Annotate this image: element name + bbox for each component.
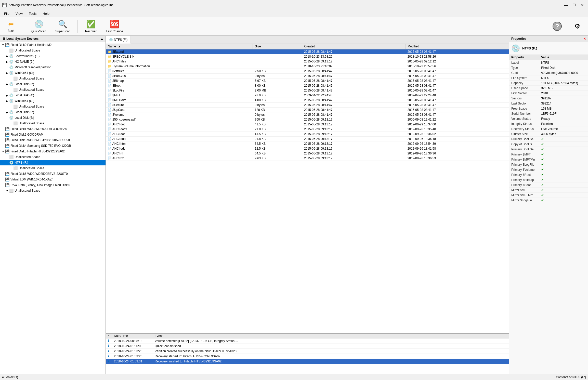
prop-key: Type [511,66,541,70]
file-row[interactable]: 📄 $UpCase 128 KB 2015-05-28 08:41:47 201… [106,108,509,112]
tree-item-local4[interactable]: ▶ 💿 Local Disk (4:) [0,93,106,98]
tree-item-disk5[interactable]: ▼ 💾 Fixed Disk5 Hitachi HTS543232L9SA02 [0,149,106,154]
tree-item-vol1[interactable]: ▶ 💿 Восстановить (1:) [0,53,106,59]
tree-item-disk1[interactable]: 💾 Fixed Disk1 WDC WD2002FAEX-007BA0 [0,126,106,132]
file-list-area[interactable]: Name ▲ Size Created Modified 📁 $Extend 2… [106,44,509,333]
recover-button[interactable]: ✅ Recover [82,19,100,34]
file-row[interactable]: 📄 AHCI.txt 9.63 KB 2015-05-28 09:13:17 2… [106,156,509,161]
tree-item-unalloc4[interactable]: ⬜ Unallocated Space [0,121,106,126]
col-name[interactable]: Name ▲ [106,44,253,49]
log-row[interactable]: ℹ 2018-10-24 01:03:31 Recovery finished … [106,359,509,364]
file-icon: 📄 [108,152,112,155]
quickscan-button[interactable]: 💿 QuickScan [28,19,49,34]
tree-item-ntfsf[interactable]: 💿 NTFS (F:) [0,160,106,165]
tree-icon: 💿 [9,54,14,58]
help-button[interactable]: ? [548,21,566,32]
superscan-button[interactable]: 🔍 SuperScan [52,19,73,34]
file-created: 2015-05-28 09:13:17 [302,137,406,141]
tree-item-unalloc0[interactable]: ⬜ Unallocated Space [0,48,106,53]
file-row[interactable]: 📄 $Boot 8.00 KB 2015-05-28 08:41:47 2015… [106,83,509,88]
file-row[interactable]: 📄 AHCI.rtf 64.5 KB 2015-05-28 09:13:17 2… [106,151,509,156]
file-row[interactable]: 📄 AHCI.dotx 21.8 KB 2015-05-28 09:13:17 … [106,137,509,141]
log-row[interactable]: ℹ 2018-10-24 01:03:26 Recovery started t… [106,354,509,359]
tree-item-win10[interactable]: ▶ 💿 Win10x64 (C:) [0,70,106,76]
file-row[interactable]: 📄 $MFT 97.0 KB 2009-04-22 22:24:48 2009-… [106,93,509,98]
tree-item-raw[interactable]: 💾 RAW Data (Binary) Disk Image Fixed Dis… [0,182,106,188]
tree-item-noname[interactable]: ▶ 💿 NO NAME (2:) [0,59,106,64]
prop-val: 4096 bytes [541,132,586,136]
maximize-button[interactable]: ☐ [571,2,578,8]
file-row[interactable]: 📄 $Volume 0 bytes 2015-05-28 08:41:47 20… [106,112,509,117]
log-row[interactable]: ℹ 2018-10-24 01:00:00 QuickScan finished [106,344,509,349]
menu-tools[interactable]: Tools [26,11,39,16]
properties-close-btn[interactable]: ✕ [583,37,586,41]
tree-toggle: ▶ [5,60,9,63]
file-row[interactable]: 📄 $MFTMirr 4.00 KB 2015-05-28 08:41:47 2… [106,98,509,103]
file-row[interactable]: 📄 $LogFile 2.00 MB 2015-05-28 08:41:47 2… [106,88,509,93]
file-row[interactable]: 📄 AHCI.dot 41.5 KB 2015-05-28 09:13:17 2… [106,132,509,137]
tree-item-unalloc5[interactable]: ⬜ Unallocated Space [0,154,106,160]
log-icon: ℹ [106,354,112,359]
prop-val: ✔ [541,188,586,192]
file-icon: 📄 [108,118,112,121]
tree-item-local5[interactable]: ▶ 💿 Local Disk (5:) [0,109,106,115]
scroll-up-icon[interactable]: ▲ [100,37,103,41]
file-created: 2015-05-28 09:13:17 [302,117,406,122]
titlebar-title: Active@ Partition Recovery Professional … [9,3,114,7]
tree-item-win81[interactable]: ▶ 💿 Win81x64 (G:) [0,98,106,104]
tree-item-msres[interactable]: 💿 Microsoft reserved partition [0,64,106,70]
file-row[interactable]: 📄 $Secure 0 bytes 2015-05-28 08:41:47 20… [106,103,509,108]
col-modified[interactable]: Modified [406,44,509,49]
tree-item-disk2[interactable]: 💾 Fixed Disk2 GOODRAM [0,132,106,137]
minimize-button[interactable]: — [563,2,570,8]
tree-item-disk4[interactable]: 💾 Fixed Disk4 Samsung SSD 750 EVO 120GB [0,143,106,149]
tree-item-disk6[interactable]: 💾 Fixed Disk6 WDC WD2500BEVS-22UST0 [0,171,106,177]
file-row[interactable]: 📄 AHCI.docx 21.8 KB 2015-05-28 09:13:17 … [106,127,509,132]
tree-item-unalloc1[interactable]: ⬜ Unallocated Space [0,76,106,81]
menu-file[interactable]: File [2,11,12,16]
file-row[interactable]: 📄 $AttrDef 2.50 KB 2015-05-28 08:41:47 2… [106,69,509,74]
tree-item-disk3[interactable]: 💾 Fixed Disk3 WDC WDS120G1G0A-00SS50 [0,137,106,143]
prop-val: Live Volume [541,127,586,131]
file-icon: 📄 [108,113,112,116]
tree-item-unalloc3[interactable]: ⬜ Unallocated Space [0,104,106,109]
file-row[interactable]: 📁 System Volume Information 2018-10-23 2… [106,64,509,69]
tree-item-unalloc7[interactable]: ▼ ⬜ Unallocated Space [0,188,106,193]
log-row[interactable]: ℹ 2018-10-24 01:03:26 Partition created … [106,349,509,354]
file-row[interactable]: 📁 AHCI.files 2015-05-28 09:13:17 2015-05… [106,59,509,64]
file-row[interactable]: 📁 $RECYCLE.BIN 2018-10-23 23:58:26 2018-… [106,54,509,59]
tree-icon: ⬜ [9,48,14,53]
file-row[interactable]: 📄 AHCI.odt 12.5 KB 2015-05-28 09:13:17 2… [106,146,509,151]
settings-button[interactable]: ⚙ [568,21,586,32]
file-row[interactable]: 📄 $Bitmap 5.97 KB 2015-05-28 08:41:47 20… [106,78,509,83]
tree-item-disk0[interactable]: ▼ 💾 Fixed Disk0 Patriot Hellfire M2 [0,42,106,48]
prop-val: ✔ [541,152,586,156]
col-created[interactable]: Created [302,44,406,49]
close-button[interactable]: ✕ [579,2,586,8]
file-row[interactable]: 📄 AHCI.htm 34.5 KB 2015-05-28 09:13:17 2… [106,141,509,146]
col-size[interactable]: Size [253,44,302,49]
log-row[interactable]: ℹ 2018-10-24 00:38:13 Volume detected [F… [106,338,509,344]
menu-view[interactable]: View [13,11,25,16]
file-name: 📄 $LogFile [106,88,253,93]
log-event: Partition created successfully on the di… [153,349,509,354]
file-modified: 2012-09-26 18:36:18 [406,137,509,141]
back-button[interactable]: ⬅ Back [2,19,20,34]
prop-row: Guid \\?\Volume{d367a094-0000- [509,70,588,75]
file-row[interactable]: 📄 250_советов.pdf 760 KB 2015-05-28 09:1… [106,117,509,122]
prop-drive-icon: 💿 [511,44,520,53]
file-row[interactable]: 📄 $BadClus 0 bytes 2015-05-28 08:41:47 2… [106,74,509,78]
log-datetime: 2018-10-24 01:03:26 [112,349,153,354]
tree-item-local3[interactable]: ▶ 💿 Local Disk (3:) [0,81,106,87]
tree-item-unalloc2[interactable]: ⬜ Unallocated Space [0,87,106,93]
tree-item-unalloc6[interactable]: ⬜ Unallocated Space [0,165,106,171]
tree-item-local6[interactable]: 💿 Local Disk (6:) [0,115,106,121]
file-tab-ntfs[interactable]: 💿 NTFS (F:) [106,36,131,44]
menu-help[interactable]: Help [40,11,52,16]
file-row[interactable]: 📄 AHCI.doc 41.5 KB 2015-05-28 09:13:17 2… [106,122,509,127]
file-row[interactable]: 📁 $Extend 2015-05-28 08:41:47 2015-05-28… [106,49,509,54]
file-modified: 2018-10-23 23:57:56 [406,64,509,69]
prop-key: Primary $MFT [511,153,541,156]
lastchance-button[interactable]: 🆘 Last Chance [103,19,126,34]
tree-item-vldm[interactable]: 💾 Virtual LDM (WIN10X64-1-Dg0) [0,177,106,182]
